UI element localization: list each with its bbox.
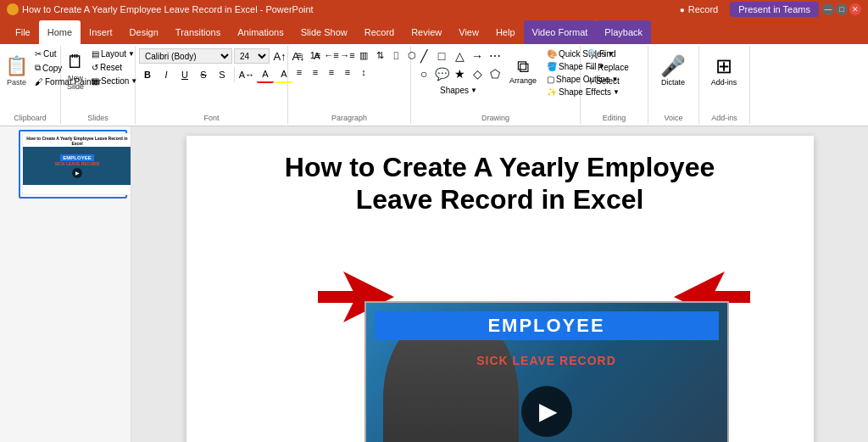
tab-video-format[interactable]: Video Format [524, 20, 597, 44]
tab-help[interactable]: Help [487, 20, 524, 44]
shape-arrow[interactable]: → [468, 48, 487, 64]
thumb-content-1: How to Create A Yearly Employee Leave Re… [22, 133, 131, 195]
record-button-top[interactable]: ● Record [671, 2, 727, 17]
present-teams-button[interactable]: Present in Teams [730, 2, 819, 17]
video-inner: EMPLOYEE SICK LEAVE RECORD ▶ [366, 303, 727, 443]
align-right-btn[interactable]: ≡ [324, 64, 339, 80]
shape-triangle[interactable]: △ [450, 48, 469, 64]
text-direction-btn[interactable]: ⇅ [372, 48, 387, 63]
ribbon-tabs: File Home Insert Design Transitions Anim… [0, 19, 868, 44]
increase-indent-btn[interactable]: →≡ [340, 48, 355, 63]
numbering-btn[interactable]: 1≡ [308, 48, 323, 63]
decrease-indent-btn[interactable]: ←≡ [324, 48, 339, 63]
thumb-sick-text: SICK LEAVE RECORD [55, 161, 100, 166]
font-size-select[interactable]: 24 [234, 48, 270, 64]
slides-group: 🗒 NewSlide ▤ Layout ▼ ↺ Reset ▦ Section … [61, 46, 136, 124]
shape-circle[interactable]: ○ [415, 65, 433, 82]
font-color-btn[interactable]: A [257, 66, 274, 83]
cut-icon: ✂ [35, 49, 42, 59]
italic-button[interactable]: I [158, 66, 175, 83]
shape-line[interactable]: ╱ [415, 48, 433, 64]
microphone-icon: 🎤 [660, 54, 686, 78]
line-spacing-btn[interactable]: ↕ [356, 64, 371, 80]
section-icon: ▦ [92, 76, 99, 86]
find-icon: 🔍 [587, 49, 598, 59]
tab-design[interactable]: Design [121, 20, 167, 44]
restore-btn[interactable]: □ [836, 3, 848, 15]
svg-rect-1 [318, 291, 360, 303]
sick-leave-text: SICK LEAVE RECORD [375, 354, 719, 367]
justify-btn[interactable]: ≡ [340, 64, 355, 80]
minimize-btn[interactable]: — [822, 3, 834, 15]
bullets-btn[interactable]: ≡ [292, 48, 307, 63]
new-slide-icon: 🗒 [66, 51, 85, 73]
shape-callout[interactable]: 💬 [432, 65, 451, 82]
shape-diamond[interactable]: ◇ [468, 65, 487, 82]
thumb-img-1: EMPLOYEE SICK LEAVE RECORD ▶ [23, 147, 131, 185]
para-row-1: ≡ 1≡ ←≡ →≡ ▥ ⇅ ⌷ ⬡ [292, 48, 420, 63]
shape-rect[interactable]: □ [432, 48, 451, 64]
find-button[interactable]: 🔍 Find [584, 48, 619, 60]
play-button[interactable]: ▶ [521, 386, 572, 437]
editing-content: 🔍 Find ↔ Replace ⊹ Select [584, 48, 644, 99]
dictate-button[interactable]: 🎤 Dictate [652, 48, 694, 93]
font-family-select[interactable]: Calibri (Body) [139, 48, 232, 64]
addins-content: ⊞ Add-ins [703, 48, 746, 105]
arrange-button[interactable]: ⧉ Arrange [506, 48, 540, 93]
tab-record[interactable]: Record [356, 20, 403, 44]
font-row-2: B I U S S A↔ A A [139, 66, 292, 83]
bold-button[interactable]: B [139, 66, 156, 83]
tab-view[interactable]: View [450, 20, 487, 44]
tab-insert[interactable]: Insert [81, 20, 121, 44]
addins-button[interactable]: ⊞ Add-ins [703, 48, 745, 93]
tab-review[interactable]: Review [403, 20, 450, 44]
arrow-bottom-left [318, 435, 411, 443]
underline-button[interactable]: U [176, 66, 193, 83]
font-group: Calibri (Body) 24 A↑ A↓ A B I U S S A↔ A… [136, 46, 288, 124]
align-center-btn[interactable]: ≡ [308, 64, 323, 80]
addins-group: ⊞ Add-ins Add-ins [699, 46, 750, 124]
tab-slideshow[interactable]: Slide Show [292, 20, 356, 44]
drawing-content: ╱ □ △ → ⋯ ○ 💬 ★ ◇ ⬠ Shapes ▼ [415, 48, 576, 122]
shape-pentagon[interactable]: ⬠ [486, 65, 504, 82]
shape-star[interactable]: ★ [450, 65, 469, 82]
thumb-title-1: How to Create A Yearly Employee Leave Re… [23, 134, 131, 147]
tab-home[interactable]: Home [39, 20, 81, 44]
strikethrough-button[interactable]: S [195, 66, 212, 83]
align-text-btn[interactable]: ⌷ [388, 48, 403, 63]
slide-thumbnail-1[interactable]: How to Create A Yearly Employee Leave Re… [19, 130, 127, 199]
shadow-button[interactable]: S [214, 66, 231, 83]
video-frame[interactable]: EMPLOYEE SICK LEAVE RECORD ▶ [364, 301, 729, 443]
shape-more[interactable]: ⋯ [486, 48, 504, 64]
voice-group: 🎤 Dictate Voice [648, 46, 699, 124]
main-layout: 1 ★ How to Create A Yearly Employee Leav… [0, 126, 868, 442]
shapes-dropdown-btn[interactable]: Shapes ▼ [437, 84, 481, 97]
tab-transitions[interactable]: Transitions [167, 20, 229, 44]
thumb-emp-text: EMPLOYEE [63, 155, 91, 160]
section-button[interactable]: ▦ Section ▼ [88, 75, 141, 87]
replace-button[interactable]: ↔ Replace [584, 61, 632, 74]
tab-animations[interactable]: Animations [229, 20, 292, 44]
paste-icon: 📋 [5, 55, 28, 77]
thumb-play-btn: ▶ [72, 168, 82, 178]
tab-file[interactable]: File [7, 20, 39, 44]
font-increase-btn[interactable]: A↑ [271, 48, 288, 64]
select-button[interactable]: ⊹ Select [584, 75, 623, 87]
slide-title: How to Create A Yearly Employee Leave Re… [220, 151, 780, 216]
font-content: Calibri (Body) 24 A↑ A↓ A B I U S S A↔ A… [139, 48, 284, 95]
reset-button[interactable]: ↺ Reset [88, 61, 141, 74]
new-slide-button[interactable]: 🗒 NewSlide [64, 48, 86, 93]
align-left-btn[interactable]: ≡ [292, 64, 307, 80]
character-spacing-btn[interactable]: A↔ [238, 66, 255, 83]
paste-button[interactable]: 📋 Paste [3, 48, 30, 93]
title-bar: How to Create A Yearly Employee Leave Re… [0, 0, 868, 19]
layout-icon: ▤ [92, 49, 99, 59]
ribbon-body: 📋 Paste ✂ Cut ⧉ Copy 🖌 Format Painter Cl… [0, 44, 868, 126]
close-btn[interactable]: ✕ [849, 3, 861, 15]
columns-btn[interactable]: ▥ [356, 48, 371, 63]
tab-playback[interactable]: Playback [596, 20, 651, 44]
layout-button[interactable]: ▤ Layout ▼ [88, 48, 141, 60]
shape-effects-icon: ✨ [547, 87, 557, 97]
canvas-area[interactable]: How to Create A Yearly Employee Leave Re… [131, 126, 868, 442]
select-icon: ⊹ [587, 76, 594, 86]
